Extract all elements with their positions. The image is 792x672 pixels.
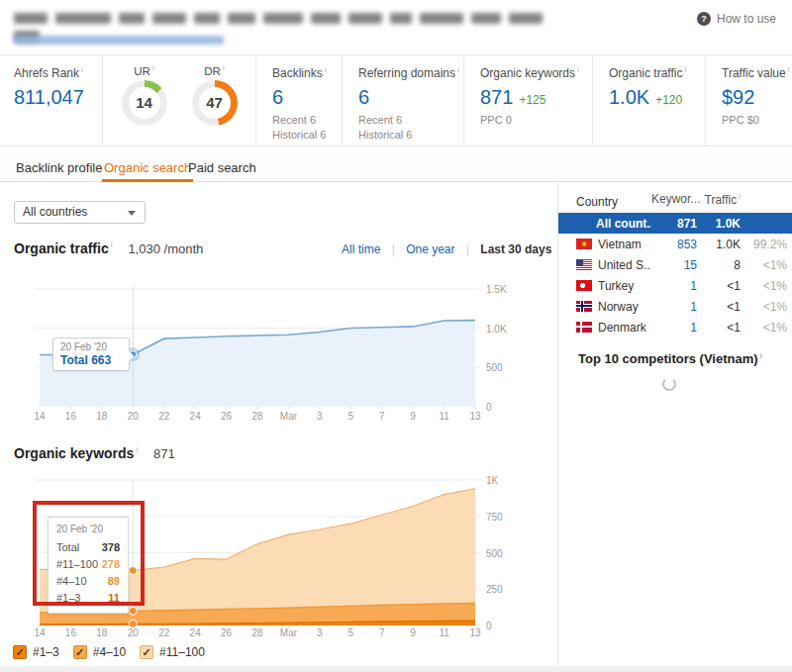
svg-text:13: 13 [469, 627, 481, 638]
svg-text:1.0K: 1.0K [486, 324, 507, 335]
svg-text:3: 3 [317, 411, 323, 422]
backlinks-value[interactable]: 6 [272, 86, 342, 109]
table-row-norway[interactable]: Norway 1 <1 <1% [558, 296, 792, 317]
svg-text:9: 9 [410, 411, 416, 422]
metric-organic-keywords: Organic keywordsi 871 +125 PPC 0 [463, 55, 592, 145]
range-all-time[interactable]: All time [342, 242, 380, 256]
range-one-year[interactable]: One year [406, 242, 454, 256]
flag-vietnam-icon: ★ [576, 239, 592, 249]
keywords-chart-tooltip: 20 Feb '20 Total378 #11–100278 #4–1089 #… [48, 517, 129, 614]
svg-text:9: 9 [410, 627, 416, 638]
table-row-vietnam[interactable]: ★Vietnam 853 1.0K 99.2% [558, 234, 792, 254]
svg-text:28: 28 [251, 627, 263, 638]
tooltip-arrow-icon [129, 350, 135, 362]
report-tabs: Backlink profile Organic search Paid sea… [0, 153, 792, 182]
dr-gauge: DRi 47 [192, 63, 238, 145]
checkbox-checked-icon[interactable]: ✓ [140, 645, 153, 659]
dr-ring-icon: 47 [192, 80, 238, 126]
traffic-value-label: Traffic valuei [722, 65, 792, 80]
svg-text:500: 500 [486, 362, 503, 373]
legend-label: #4–10 [93, 645, 126, 659]
tooltip-date: 20 Feb '20 [56, 524, 120, 534]
referring-domains-value[interactable]: 6 [358, 86, 463, 109]
svg-text:0: 0 [486, 402, 492, 413]
tab-organic-search[interactable]: Organic search [102, 153, 193, 182]
legend-checkbox-4-10[interactable]: ✓ #4–10 [73, 645, 126, 659]
how-to-use-label: How to use [717, 12, 776, 26]
svg-text:13: 13 [469, 411, 481, 422]
backlinks-label: Backlinksi [272, 65, 342, 80]
table-row-united-states[interactable]: United S... 15 8 <1% [558, 254, 792, 275]
tab-backlink-profile[interactable]: Backlink profile [14, 153, 104, 182]
legend-label: #11–100 [159, 645, 205, 659]
country-filter-dropdown[interactable]: All countries [14, 201, 146, 224]
metric-traffic-value: Traffic valuei $92 PPC $0 [705, 55, 792, 145]
organic-keywords-delta: +125 [519, 93, 545, 107]
svg-text:24: 24 [190, 411, 202, 422]
svg-text:11: 11 [439, 411, 449, 422]
metrics-bar: Ahrefs Ranki 811,047 URi 14 DRi 47 Backl… [0, 54, 792, 146]
table-row-denmark[interactable]: Denmark 1 <1 <1% [558, 317, 792, 337]
organic-traffic-value[interactable]: 1.0K [609, 86, 649, 109]
svg-text:750: 750 [486, 512, 503, 523]
legend-checkbox-top3[interactable]: ✓ #1–3 [13, 645, 59, 659]
svg-text:26: 26 [221, 627, 233, 638]
table-row-all-countries[interactable]: All count... 871 1.0K [558, 213, 792, 234]
ur-value: 14 [129, 87, 160, 119]
svg-text:0: 0 [486, 621, 492, 631]
ur-gauge: URi 14 [122, 63, 167, 145]
tooltip-date: 20 Feb '20 [60, 341, 122, 352]
organic-keywords-value[interactable]: 871 [480, 86, 513, 109]
country-filter-value: All countries [23, 205, 87, 219]
svg-text:7: 7 [379, 411, 385, 422]
svg-text:5: 5 [348, 627, 354, 638]
traffic-value-ppc: PPC $0 [722, 113, 792, 128]
svg-text:5: 5 [348, 411, 354, 422]
svg-text:14: 14 [34, 627, 46, 638]
svg-text:16: 16 [65, 411, 77, 422]
metric-referring-domains: Referring domainsi 6 Recent 6 Historical… [342, 55, 463, 145]
flag-turkey-icon [576, 280, 592, 291]
redacted-url-link[interactable] [14, 31, 232, 48]
svg-text:18: 18 [96, 411, 108, 422]
svg-text:500: 500 [486, 548, 503, 559]
ur-label: URi [122, 63, 167, 77]
svg-text:20: 20 [128, 411, 140, 422]
how-to-use-link[interactable]: ? How to use [697, 12, 776, 26]
ahrefs-rank-value: 811,047 [14, 86, 102, 109]
legend-label: #1–3 [33, 645, 59, 659]
organic-keywords-ppc: PPC 0 [480, 113, 592, 128]
checkbox-checked-icon[interactable]: ✓ [13, 645, 27, 659]
backlinks-sub: Recent 6 Historical 6 [272, 113, 342, 143]
date-range-switcher: All time | One year | Last 30 days [342, 242, 551, 256]
organic-traffic-section-title: Organic traffici 1,030 /month [14, 240, 203, 256]
countries-sidebar: Country Keywor... Traffici All count... … [557, 183, 792, 672]
flag-us-icon [576, 259, 592, 270]
ahrefs-rank-label: Ahrefs Ranki [14, 65, 102, 80]
organic-keywords-section-title: Organic keywordsi 871 [14, 445, 175, 461]
svg-text:Mar: Mar [280, 627, 298, 638]
keywords-legend: ✓ #1–3 ✓ #4–10 ✓ #11–100 [13, 645, 205, 659]
col-keywords: Keywor... [651, 192, 697, 211]
flag-denmark-icon [576, 322, 592, 333]
metric-ur-dr: URi 14 DRi 47 [102, 55, 255, 145]
organic-keywords-label: Organic keywordsi [480, 65, 592, 80]
legend-checkbox-11-100[interactable]: ✓ #11–100 [140, 645, 205, 659]
table-row-turkey[interactable]: Turkey 1 <1 <1% [558, 275, 792, 296]
svg-text:18: 18 [96, 627, 108, 638]
svg-text:14: 14 [34, 411, 46, 422]
svg-text:20: 20 [128, 627, 140, 638]
svg-text:22: 22 [158, 411, 170, 422]
metric-ahrefs-rank: Ahrefs Ranki 811,047 [0, 55, 102, 145]
svg-text:28: 28 [251, 411, 263, 422]
organic-traffic-delta: +120 [655, 93, 682, 107]
checkbox-checked-icon[interactable]: ✓ [73, 645, 87, 659]
tab-paid-search[interactable]: Paid search [186, 153, 258, 182]
referring-domains-label: Referring domainsi [358, 65, 463, 80]
ur-ring-icon: 14 [122, 80, 167, 126]
svg-text:26: 26 [221, 411, 233, 422]
referring-domains-sub: Recent 6 Historical 6 [358, 113, 463, 143]
dr-label: DRi [192, 63, 238, 77]
range-last-30-days[interactable]: Last 30 days [480, 242, 551, 256]
bottom-divider [0, 666, 792, 672]
